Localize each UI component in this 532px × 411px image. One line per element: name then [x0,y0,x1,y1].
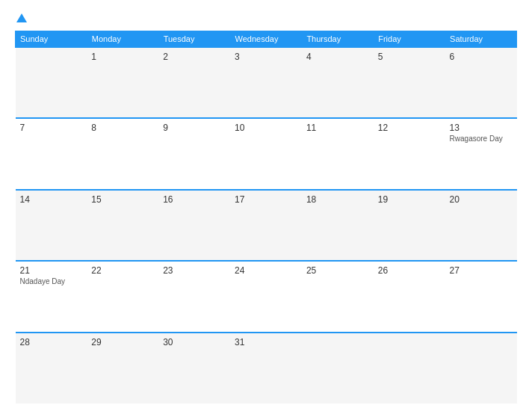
day-number: 20 [450,194,513,205]
calendar-cell: 31 [230,333,302,404]
day-number: 4 [306,52,369,62]
day-number: 16 [163,194,226,205]
day-number: 22 [91,265,154,276]
day-number: 13 [450,123,513,133]
calendar-cell: 25 [302,261,374,332]
day-number: 29 [91,337,154,347]
weekday-header-monday: Monday [87,31,158,48]
day-number: 9 [163,123,226,133]
holiday-label: Rwagasore Day [450,135,513,143]
day-number: 19 [378,194,441,205]
day-number: 5 [378,52,441,62]
day-number: 17 [235,194,297,205]
weekday-header-thursday: Thursday [302,31,374,48]
calendar-cell: 6 [445,47,517,118]
day-number: 31 [235,337,297,347]
calendar-table: SundayMondayTuesdayWednesdayThursdayFrid… [15,31,517,404]
day-number: 18 [306,194,369,205]
day-number: 12 [378,123,441,133]
day-number: 1 [91,52,154,62]
day-number: 14 [20,194,83,205]
day-number: 21 [20,265,83,276]
calendar-cell: 24 [230,261,302,332]
calendar-week-row: 28293031 [16,333,517,404]
calendar-cell: 29 [87,333,158,404]
calendar-cell: 9 [158,118,230,189]
calendar-cell: 17 [230,190,302,261]
holiday-label: Ndadaye Day [20,277,83,286]
day-number: 2 [163,52,226,62]
weekday-header-friday: Friday [374,31,445,48]
day-number: 30 [163,337,226,347]
calendar-cell [445,333,517,404]
calendar-cell: 15 [87,190,158,261]
day-number: 23 [163,265,226,276]
calendar-cell: 18 [302,190,374,261]
day-number: 25 [306,265,369,276]
calendar-cell: 10 [230,118,302,189]
calendar-cell: 1 [87,47,158,118]
calendar-week-row: 14151617181920 [16,190,517,261]
calendar-week-row: 123456 [16,47,517,118]
calendar-week-row: 21Ndadaye Day222324252627 [16,261,517,332]
day-number: 26 [378,265,441,276]
day-number: 15 [91,194,154,205]
weekday-header-wednesday: Wednesday [230,31,302,48]
calendar-cell: 7 [16,118,87,189]
calendar-week-row: 78910111213Rwagasore Day [16,118,517,189]
calendar-cell: 13Rwagasore Day [445,118,517,189]
calendar-cell: 28 [16,333,87,404]
calendar-header [15,13,517,23]
calendar-cell: 14 [16,190,87,261]
day-number: 3 [235,52,297,62]
calendar-cell [302,333,374,404]
calendar-cell: 20 [445,190,517,261]
calendar-cell: 11 [302,118,374,189]
calendar-cell [374,333,445,404]
calendar-cell: 5 [374,47,445,118]
calendar-cell [16,47,87,118]
day-number: 27 [450,265,513,276]
calendar-cell: 27 [445,261,517,332]
calendar-cell: 2 [158,47,230,118]
logo-triangle-icon [16,13,27,22]
calendar-page: SundayMondayTuesdayWednesdayThursdayFrid… [0,0,532,411]
logo-blue-text [15,13,27,23]
day-number: 6 [450,52,513,62]
calendar-cell: 4 [302,47,374,118]
weekday-header-row: SundayMondayTuesdayWednesdayThursdayFrid… [16,31,517,48]
calendar-cell: 3 [230,47,302,118]
calendar-cell: 16 [158,190,230,261]
calendar-cell: 23 [158,261,230,332]
day-number: 24 [235,265,297,276]
day-number: 11 [306,123,369,133]
calendar-cell: 8 [87,118,158,189]
weekday-header-saturday: Saturday [445,31,517,48]
weekday-header-sunday: Sunday [16,31,87,48]
logo [15,13,27,23]
calendar-cell: 21Ndadaye Day [16,261,87,332]
calendar-cell: 22 [87,261,158,332]
day-number: 8 [91,123,154,133]
calendar-cell: 30 [158,333,230,404]
day-number: 10 [235,123,297,133]
calendar-cell: 26 [374,261,445,332]
calendar-cell: 12 [374,118,445,189]
weekday-header-tuesday: Tuesday [158,31,230,48]
calendar-cell: 19 [374,190,445,261]
day-number: 28 [20,337,83,347]
day-number: 7 [20,123,83,133]
